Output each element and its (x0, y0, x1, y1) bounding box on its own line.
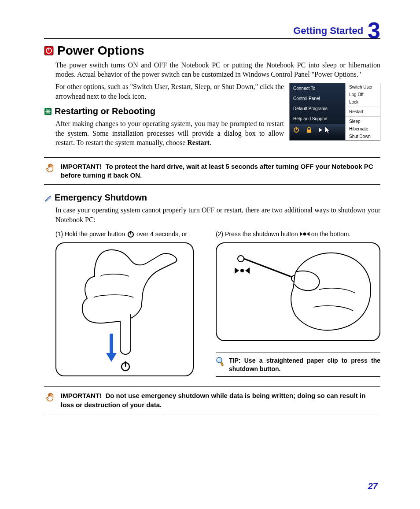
menu-item: Shut Down (346, 133, 380, 140)
page-number: 27 (368, 481, 378, 491)
magnifier-icon (216, 357, 225, 369)
menu-item: Help and Support (290, 114, 345, 124)
emergency-paragraph: In case your operating system cannot pro… (55, 205, 380, 224)
svg-marker-7 (325, 126, 330, 134)
menu-item: Control Panel (290, 93, 345, 104)
illustration-paperclip (216, 242, 380, 341)
power-bar (290, 124, 345, 136)
power-icon (293, 127, 299, 133)
tip-callout: TIP: Use a straightened paper clip to pr… (216, 353, 380, 377)
power-options-paragraph-1: The power switch turns ON and OFF the No… (55, 60, 380, 79)
menu-item: Lock (346, 98, 380, 106)
menu-item: Switch User (346, 83, 380, 91)
chapter-header: Getting Started 3 (44, 18, 380, 39)
heading-power-options: Power Options (44, 44, 380, 58)
power-button-icon (127, 230, 135, 238)
svg-point-29 (217, 358, 219, 360)
pen-write-icon (44, 194, 52, 202)
svg-point-22 (238, 256, 244, 262)
heading-text: Restarting or Rebooting (55, 106, 155, 116)
svg-marker-6 (319, 128, 322, 132)
svg-line-26 (244, 259, 296, 279)
menu-item: Restart (346, 107, 380, 115)
illustration-hold-power (55, 242, 194, 376)
svg-marker-23 (235, 268, 239, 274)
chapter-number: 3 (368, 20, 380, 41)
svg-marker-16 (106, 353, 117, 362)
heading-text: Emergency Shutdown (55, 193, 147, 203)
important-label: IMPORTANT! (61, 163, 102, 170)
important-text: Do not use emergency shutdown while data… (61, 392, 365, 408)
restart-icon (44, 108, 52, 115)
svg-point-28 (217, 357, 222, 363)
svg-marker-19 (300, 232, 302, 236)
method-1-caption: (1) Hold the power button over 4 seconds… (55, 229, 203, 239)
svg-rect-5 (307, 130, 311, 133)
svg-point-24 (240, 269, 244, 272)
cursor-icon (325, 126, 330, 134)
menu-item: Sleep (346, 116, 380, 125)
important-text: To protect the hard drive, wait at least… (61, 163, 373, 179)
power-icon (44, 46, 54, 56)
windows-shutdown-menu: Connect To Control Panel Default Program… (289, 83, 380, 141)
menu-item: Log Off (346, 91, 380, 98)
chapter-title: Getting Started (293, 25, 363, 38)
heading-text: Power Options (57, 44, 144, 58)
svg-marker-25 (245, 268, 250, 274)
heading-emergency: Emergency Shutdown (44, 193, 380, 203)
tip-text: Use a straightened paper clip to press t… (229, 357, 380, 372)
method-2-caption: (2) Press the shutdown button on the bot… (216, 229, 380, 239)
heading-restarting: Restarting or Rebooting (44, 106, 284, 116)
important-callout: IMPORTANT! To protect the hard drive, wa… (44, 157, 380, 185)
svg-rect-30 (221, 362, 224, 366)
important-callout: IMPORTANT! Do not use emergency shutdown… (44, 386, 380, 414)
hand-stop-icon (46, 163, 55, 176)
important-label: IMPORTANT! (61, 392, 102, 399)
svg-point-20 (303, 232, 306, 235)
tip-label: TIP: (229, 357, 240, 364)
shutdown-button-icon (300, 231, 309, 237)
svg-marker-21 (307, 232, 309, 236)
expand-arrow-icon (319, 128, 322, 132)
menu-item: Default Programs (290, 104, 345, 114)
menu-item: Connect To (290, 83, 345, 93)
lock-icon (306, 127, 312, 133)
menu-item: Hibernate (346, 125, 380, 133)
hand-stop-icon (46, 392, 55, 405)
